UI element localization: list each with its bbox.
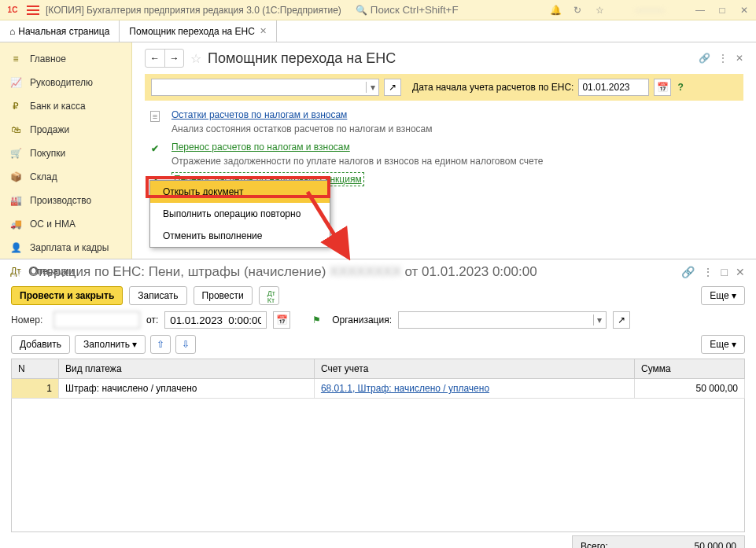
more-button-2[interactable]: Еще ▾ bbox=[701, 335, 745, 354]
app-logo: 1C bbox=[5, 4, 20, 17]
fill-button[interactable]: Заполнить ▾ bbox=[75, 335, 146, 354]
date-input[interactable] bbox=[164, 311, 267, 329]
number-input[interactable] bbox=[53, 311, 140, 329]
star-icon[interactable]: ☆ bbox=[592, 3, 607, 17]
kebab-icon[interactable]: ⋮ bbox=[718, 53, 728, 64]
open-org-button[interactable]: ↗ bbox=[384, 79, 401, 96]
sidebar-icon: ₽ bbox=[9, 100, 22, 112]
sidebar-label: Руководителю bbox=[30, 77, 93, 88]
step-link[interactable]: Остатки расчетов по налогам и взносам bbox=[171, 109, 347, 120]
step-1: ✔Перенос расчетов по налогам и взносамОт… bbox=[148, 139, 743, 170]
date-start-label: Дата начала учета расчетов по ЕНС: bbox=[412, 82, 573, 93]
sidebar-label: Зарплата и кадры bbox=[30, 242, 109, 253]
org-select[interactable]: ▾ bbox=[151, 79, 379, 96]
doc-kebab-icon[interactable]: ⋮ bbox=[703, 266, 714, 278]
flag-icon: ⚑ bbox=[312, 314, 321, 325]
add-button[interactable]: Добавить bbox=[11, 335, 70, 354]
app-title: [КОПИЯ] Бухгалтерия предприятия редакция… bbox=[46, 5, 341, 16]
sidebar-item-7[interactable]: 🚚ОС и НМА bbox=[0, 212, 131, 236]
doc-link-icon[interactable]: 🔗 bbox=[681, 266, 695, 278]
ctx-item-1[interactable]: Выполнить операцию повторно bbox=[150, 203, 330, 225]
col-sum[interactable]: Сумма bbox=[635, 359, 745, 379]
move-up-button[interactable]: ⇧ bbox=[150, 335, 171, 354]
post-and-close-button[interactable]: Провести и закрыть bbox=[11, 286, 123, 305]
sidebar-icon: 📈 bbox=[9, 76, 22, 89]
sidebar-item-3[interactable]: 🛍Продажи bbox=[0, 118, 131, 142]
open-org-button-2[interactable]: ↗ bbox=[613, 311, 630, 329]
doc-maximize-icon[interactable]: □ bbox=[721, 266, 728, 278]
save-button[interactable]: Записать bbox=[129, 286, 186, 305]
sidebar-label: Производство bbox=[30, 195, 91, 206]
close-panel-icon[interactable]: ✕ bbox=[736, 53, 743, 64]
search-input[interactable] bbox=[371, 4, 481, 16]
help-icon[interactable]: ? bbox=[677, 82, 683, 93]
sidebar-icon: 🏭 bbox=[9, 194, 22, 207]
link-icon[interactable]: 🔗 bbox=[699, 53, 710, 64]
col-n[interactable]: N bbox=[12, 359, 59, 379]
bell-icon[interactable]: 🔔 bbox=[548, 3, 562, 17]
favorite-icon[interactable]: ☆ bbox=[190, 51, 201, 66]
global-search[interactable]: 🔍 bbox=[356, 4, 481, 16]
org-label: Организация: bbox=[332, 314, 392, 325]
step-0: ≡Остатки расчетов по налогам и взносамАн… bbox=[148, 107, 743, 138]
sidebar-item-0[interactable]: ≡Главное bbox=[0, 47, 131, 71]
sidebar-item-8[interactable]: 👤Зарплата и кадры bbox=[0, 236, 131, 259]
col-account[interactable]: Счет учета bbox=[314, 359, 634, 379]
org-input[interactable]: ▾ bbox=[398, 311, 607, 329]
chevron-down-icon[interactable]: ▾ bbox=[366, 82, 378, 93]
lines-table: N Вид платежа Счет учета Сумма 1Штраф: н… bbox=[11, 359, 745, 399]
maximize-icon[interactable]: □ bbox=[715, 3, 729, 17]
doc-favorite-icon[interactable]: ☆ bbox=[11, 265, 22, 280]
sidebar-icon: 🛍 bbox=[9, 123, 22, 136]
doc-title: Операция по ЕНС: Пени, штрафы (начислени… bbox=[28, 264, 537, 280]
step-desc: Анализ состояния остатков расчетов по на… bbox=[171, 123, 743, 135]
post-button[interactable]: Провести bbox=[194, 286, 253, 305]
user-label: ——— bbox=[614, 3, 685, 17]
doc-close-icon[interactable]: ✕ bbox=[736, 266, 745, 278]
menu-icon[interactable] bbox=[27, 6, 39, 15]
date-start-input[interactable]: 01.01.2023 bbox=[578, 79, 649, 96]
sidebar-item-4[interactable]: 🛒Покупки bbox=[0, 142, 131, 165]
step-link[interactable]: Перенос расчетов по налогам и взносам bbox=[171, 142, 350, 153]
sidebar-icon: ≡ bbox=[9, 53, 22, 65]
sidebar-icon: 🛒 bbox=[9, 147, 22, 160]
calendar-button[interactable]: 📅 bbox=[654, 79, 671, 96]
sidebar-icon: 🚚 bbox=[9, 218, 22, 230]
tab-home-label: Начальная страница bbox=[18, 26, 109, 37]
nav-forward-button[interactable]: → bbox=[164, 50, 183, 67]
account-link[interactable]: 68.01.1, Штраф: начислено / уплачено bbox=[321, 383, 489, 394]
number-label: Номер: bbox=[11, 314, 47, 325]
sidebar-item-5[interactable]: 📦Склад bbox=[0, 165, 131, 189]
date-calendar-button[interactable]: 📅 bbox=[273, 311, 290, 329]
ctx-item-2[interactable]: Отменить выполнение bbox=[150, 225, 330, 247]
close-icon[interactable]: ✕ bbox=[737, 3, 751, 17]
chevron-down-icon[interactable]: ▾ bbox=[593, 314, 606, 325]
tab-current[interactable]: Помощник перехода на ЕНС ✕ bbox=[120, 20, 277, 42]
minimize-icon[interactable]: — bbox=[693, 3, 707, 17]
context-menu: Открыть документВыполнить операцию повто… bbox=[149, 180, 330, 248]
check-icon: ✔ bbox=[151, 143, 159, 154]
tab-current-label: Помощник перехода на ЕНС bbox=[129, 26, 255, 37]
sidebar-icon: 👤 bbox=[9, 241, 22, 254]
totals-box: Всего: 50 000,00 bbox=[572, 535, 745, 548]
from-label: от: bbox=[146, 314, 158, 325]
more-button-1[interactable]: Еще ▾ bbox=[701, 286, 745, 305]
tab-close-icon[interactable]: ✕ bbox=[260, 26, 267, 36]
dt-kt-button[interactable]: ДтКт bbox=[259, 286, 279, 305]
ctx-item-0[interactable]: Открыть документ bbox=[150, 181, 330, 203]
sidebar-item-6[interactable]: 🏭Производство bbox=[0, 189, 131, 212]
sidebar-item-1[interactable]: 📈Руководителю bbox=[0, 71, 131, 94]
tab-home[interactable]: ⌂ Начальная страница bbox=[0, 20, 120, 42]
sidebar-label: Покупки bbox=[30, 148, 65, 159]
sidebar-label: ОС и НМА bbox=[30, 219, 76, 230]
table-row[interactable]: 1Штраф: начислено / уплачено68.01.1, Штр… bbox=[12, 379, 745, 399]
move-down-button[interactable]: ⇩ bbox=[175, 335, 196, 354]
sidebar-label: Склад bbox=[30, 171, 57, 182]
nav-back-button[interactable]: ← bbox=[146, 50, 164, 67]
table-empty-area[interactable] bbox=[11, 399, 745, 532]
history-icon[interactable]: ↻ bbox=[570, 3, 585, 17]
sidebar-label: Банк и касса bbox=[30, 101, 86, 112]
page-title: Помощник перехода на ЕНС bbox=[208, 50, 396, 67]
col-type[interactable]: Вид платежа bbox=[59, 359, 315, 379]
sidebar-item-2[interactable]: ₽Банк и касса bbox=[0, 94, 131, 118]
